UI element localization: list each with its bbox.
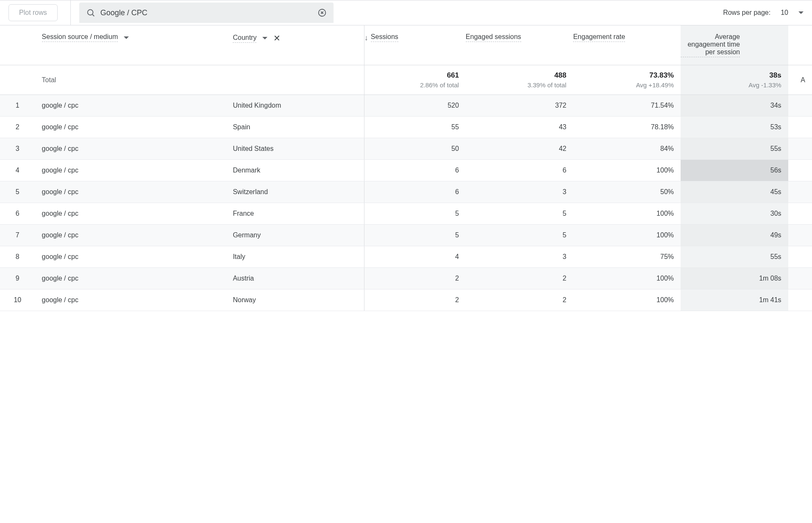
table-row[interactable]: 9google / cpcAustria22100%1m 08s [0,268,812,289]
cell-sessions: 2 [364,289,466,311]
total-engaged-sessions: 488 3.39% of total [466,65,573,95]
row-index: 2 [0,117,42,138]
cell-sessions: 50 [364,138,466,160]
cell-engagement-rate: 100% [573,289,681,311]
primary-dimension-header[interactable]: Session source / medium [42,25,233,65]
cell-country[interactable]: Germany [233,225,364,246]
metric-header-engagement-rate[interactable]: Engagement rate [573,25,681,65]
cell-source-medium[interactable]: google / cpc [42,246,233,268]
cell-sessions: 5 [364,225,466,246]
cell-sessions: 5 [364,203,466,225]
cell-engagement-rate: 78.18% [573,117,681,138]
cell-avg-engagement-time: 1m 41s [681,289,788,311]
cell-avg-engagement-time: 1m 08s [681,268,788,289]
cell-country[interactable]: Austria [233,268,364,289]
totals-label: Total [42,65,364,95]
table-row[interactable]: 7google / cpcGermany55100%49s [0,225,812,246]
toolbar-divider [70,0,71,25]
table-row[interactable]: 5google / cpcSwitzerland6350%45s [0,181,812,203]
trailing-column-fragment: A [788,65,812,95]
cell-engaged-sessions: 42 [466,138,573,160]
rows-per-page-select[interactable]: 10 [781,9,804,17]
cell-engaged-sessions: 43 [466,117,573,138]
cell-engaged-sessions: 2 [466,268,573,289]
cell-engaged-sessions: 5 [466,203,573,225]
cell-country[interactable]: Switzerland [233,181,364,203]
table-row[interactable]: 10google / cpcNorway22100%1m 41s [0,289,812,311]
cell-engaged-sessions: 3 [466,181,573,203]
cell-source-medium[interactable]: google / cpc [42,225,233,246]
cell-country[interactable]: Spain [233,117,364,138]
cell-avg-engagement-time: 30s [681,203,788,225]
caret-down-icon [262,37,267,39]
caret-down-icon [798,11,804,14]
row-index: 5 [0,181,42,203]
cell-engagement-rate: 71.54% [573,95,681,117]
cell-country[interactable]: United States [233,138,364,160]
cell-sessions: 4 [364,246,466,268]
cell-engagement-rate: 100% [573,225,681,246]
cell-avg-engagement-time: 45s [681,181,788,203]
cell-source-medium[interactable]: google / cpc [42,138,233,160]
search-input[interactable] [100,8,312,17]
clear-search-icon[interactable] [317,8,327,17]
cell-source-medium[interactable]: google / cpc [42,181,233,203]
totals-row: Total 661 2.86% of total 488 3.39% of to… [0,65,812,95]
metric-header-sessions[interactable]: ↓ Sessions [364,25,466,65]
cell-engagement-rate: 75% [573,246,681,268]
table-row[interactable]: 4google / cpcDenmark66100%56s [0,160,812,181]
row-index: 9 [0,268,42,289]
cell-source-medium[interactable]: google / cpc [42,95,233,117]
row-index: 3 [0,138,42,160]
total-sessions: 661 2.86% of total [364,65,466,95]
cell-source-medium[interactable]: google / cpc [42,203,233,225]
caret-down-icon [124,36,129,39]
cell-source-medium[interactable]: google / cpc [42,289,233,311]
cell-source-medium[interactable]: google / cpc [42,160,233,181]
total-engagement-rate: 73.83% Avg +18.49% [573,65,681,95]
svg-line-1 [92,14,94,16]
cell-sessions: 6 [364,160,466,181]
remove-dimension-icon[interactable]: ✕ [273,33,281,43]
header-row: Session source / medium Country ✕ ↓ Sess… [0,25,812,65]
table-row[interactable]: 1google / cpcUnited Kingdom52037271.54%3… [0,95,812,117]
cell-country[interactable]: Norway [233,289,364,311]
cell-country[interactable]: Denmark [233,160,364,181]
table-row[interactable]: 6google / cpcFrance55100%30s [0,203,812,225]
cell-engaged-sessions: 5 [466,225,573,246]
cell-engagement-rate: 100% [573,203,681,225]
cell-country[interactable]: United Kingdom [233,95,364,117]
cell-source-medium[interactable]: google / cpc [42,268,233,289]
total-avg-engagement-time: 38s Avg -1.33% [681,65,788,95]
row-index: 7 [0,225,42,246]
cell-sessions: 6 [364,181,466,203]
cell-country[interactable]: France [233,203,364,225]
table-row[interactable]: 2google / cpcSpain554378.18%53s [0,117,812,138]
metric-header-avg-engagement-time[interactable]: Average engagement time per session [681,25,788,65]
metric-header-engaged-sessions[interactable]: Engaged sessions [466,25,573,65]
cell-engaged-sessions: 372 [466,95,573,117]
row-index: 10 [0,289,42,311]
cell-engaged-sessions: 6 [466,160,573,181]
data-table: Session source / medium Country ✕ ↓ Sess… [0,25,812,311]
rows-per-page-value: 10 [781,9,788,17]
table-row[interactable]: 8google / cpcItaly4375%55s [0,246,812,268]
plot-rows-button[interactable]: Plot rows [8,4,58,21]
table-toolbar: Plot rows Rows per page: 10 [0,0,812,25]
cell-sessions: 520 [364,95,466,117]
cell-sessions: 55 [364,117,466,138]
cell-avg-engagement-time: 53s [681,117,788,138]
row-index: 1 [0,95,42,117]
cell-country[interactable]: Italy [233,246,364,268]
search-field[interactable] [79,3,334,23]
cell-avg-engagement-time: 56s [681,160,788,181]
row-index: 6 [0,203,42,225]
table-row[interactable]: 3google / cpcUnited States504284%55s [0,138,812,160]
secondary-dimension-header[interactable]: Country ✕ [233,25,364,65]
rows-per-page: Rows per page: 10 [723,9,804,17]
cell-engagement-rate: 50% [573,181,681,203]
cell-engagement-rate: 84% [573,138,681,160]
sort-desc-icon: ↓ [364,33,368,42]
search-icon [86,8,95,17]
cell-source-medium[interactable]: google / cpc [42,117,233,138]
